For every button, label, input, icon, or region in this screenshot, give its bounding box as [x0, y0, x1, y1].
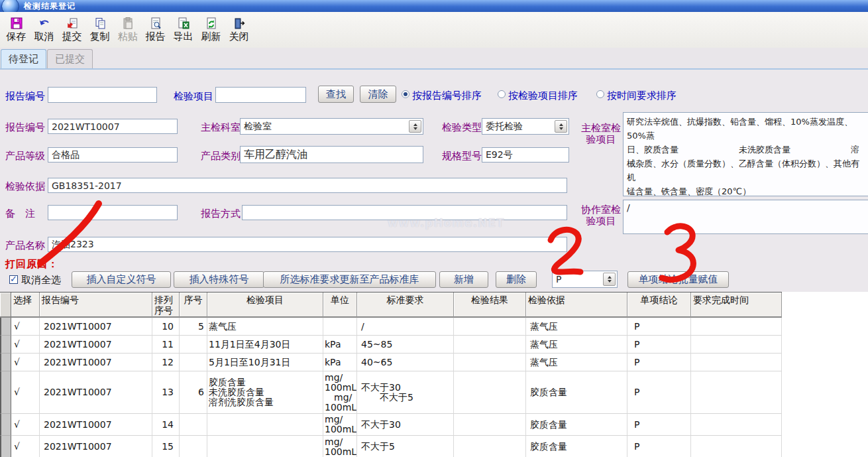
- cell-result[interactable]: [454, 371, 526, 414]
- cell-report_no[interactable]: 2021WT10007: [40, 354, 152, 371]
- table-row[interactable]: √2021WT1000715mg/ 100mL不大于5胶质含量P: [0, 436, 782, 457]
- cell-seq[interactable]: [180, 354, 207, 371]
- remark-field[interactable]: [48, 205, 178, 220]
- cell-basis[interactable]: 胶质含量: [526, 371, 627, 414]
- table-row[interactable]: √2021WT10007105蒸气压/蒸气压P: [0, 318, 782, 336]
- product-name-field[interactable]: 汽油2323: [48, 237, 567, 252]
- cell-standard[interactable]: 45~85: [357, 336, 454, 354]
- cell-unit[interactable]: mg/ 100mL: [323, 414, 357, 436]
- row-selector[interactable]: [0, 336, 11, 354]
- cell-conclusion[interactable]: P: [627, 318, 691, 336]
- cell-seq[interactable]: 5: [180, 318, 207, 336]
- conclusion-select[interactable]: P: [552, 271, 618, 288]
- insert-custom-symbol-button[interactable]: 插入自定义符号: [72, 271, 171, 288]
- cell-result[interactable]: [454, 436, 526, 457]
- cell-conclusion[interactable]: P: [627, 336, 691, 354]
- cell-conclusion[interactable]: P: [627, 436, 691, 457]
- cell-conclusion[interactable]: P: [627, 354, 691, 371]
- cell-report_no[interactable]: 2021WT10007: [40, 336, 152, 354]
- cell-report_no[interactable]: 2021WT10007: [40, 318, 152, 336]
- toolbar-report-button[interactable]: 报告: [142, 13, 168, 46]
- table-row[interactable]: √2021WT10007136胶质含量 未洗胶质含量 溶剂洗胶质含量mg/ 10…: [0, 371, 782, 414]
- cell-item[interactable]: 11月1日至4月30日: [207, 336, 323, 354]
- cell-report_no[interactable]: 2021WT10007: [40, 414, 152, 436]
- cell-check[interactable]: √: [11, 371, 40, 414]
- cell-report_no[interactable]: 2021WT10007: [40, 371, 152, 414]
- cell-basis[interactable]: 蒸气压: [526, 354, 627, 371]
- cell-result[interactable]: [454, 318, 526, 336]
- cell-basis[interactable]: 蒸气压: [526, 336, 627, 354]
- row-selector[interactable]: [0, 371, 11, 414]
- cell-check[interactable]: √: [11, 336, 40, 354]
- cell-check[interactable]: √: [11, 354, 40, 371]
- row-selector[interactable]: [0, 436, 11, 457]
- cell-standard[interactable]: 不大于30: [357, 414, 454, 436]
- cell-unit[interactable]: mg/ 100mL: [323, 436, 357, 457]
- category-field[interactable]: 车用乙醇汽油: [240, 146, 423, 163]
- cell-basis[interactable]: 蒸气压: [526, 318, 627, 336]
- cell-item[interactable]: 5月1日至10月31日: [207, 354, 323, 371]
- spinner-icon[interactable]: [603, 273, 616, 286]
- deselect-all-checkbox[interactable]: [9, 275, 18, 284]
- row-selector[interactable]: [0, 354, 11, 371]
- cell-item[interactable]: [207, 414, 323, 436]
- toolbar-submit-button[interactable]: 提交: [59, 13, 85, 46]
- update-standard-button[interactable]: 所选标准要求更新至产品标准库: [263, 271, 436, 288]
- basis-field[interactable]: GB18351-2017: [48, 178, 567, 193]
- row-selector[interactable]: [0, 414, 11, 436]
- cell-result[interactable]: [454, 414, 526, 436]
- cell-check[interactable]: √: [11, 414, 40, 436]
- table-row[interactable]: √2021WT100071111月1日至4月30日kPa45~85蒸气压P: [0, 336, 782, 354]
- spec-field[interactable]: E92号: [482, 147, 569, 163]
- cell-order[interactable]: 10: [152, 318, 180, 336]
- toolbar-cancel-button[interactable]: 取消: [31, 13, 57, 46]
- toolbar-export-button[interactable]: 导出: [170, 13, 196, 46]
- cell-unit[interactable]: kPa: [323, 336, 357, 354]
- toolbar-save-button[interactable]: 保存: [3, 13, 29, 46]
- toolbar-copy-button[interactable]: 复制: [87, 13, 113, 46]
- cell-check[interactable]: √: [11, 436, 40, 457]
- cell-order[interactable]: 12: [152, 354, 180, 371]
- cell-conclusion[interactable]: P: [627, 414, 691, 436]
- grade-field[interactable]: 合格品: [48, 147, 178, 163]
- find-button[interactable]: 查找: [318, 86, 354, 103]
- tab-pending[interactable]: 待登记: [1, 49, 46, 68]
- toolbar-refresh-button[interactable]: 刷新: [198, 13, 224, 46]
- main-room-items-textarea[interactable]: 研究法辛烷值、抗爆指数、铅含量、馏程、10%蒸发温度、50%蒸 日、胶质含量 未…: [623, 112, 868, 196]
- cell-report_no[interactable]: 2021WT10007: [40, 436, 152, 457]
- cell-item[interactable]: 胶质含量 未洗胶质含量 溶剂洗胶质含量: [207, 371, 323, 414]
- table-row[interactable]: √2021WT10007125月1日至10月31日kPa40~65蒸气压P: [0, 354, 782, 371]
- cell-due[interactable]: [691, 336, 782, 354]
- insert-special-symbol-button[interactable]: 插入特殊符号: [174, 271, 264, 288]
- cell-seq[interactable]: 6: [180, 371, 207, 414]
- cell-order[interactable]: 14: [152, 414, 180, 436]
- cell-result[interactable]: [454, 336, 526, 354]
- cell-seq[interactable]: [180, 336, 207, 354]
- cell-check[interactable]: √: [11, 318, 40, 336]
- cell-due[interactable]: [691, 436, 782, 457]
- batch-assign-button[interactable]: 单项结论批量赋值: [627, 271, 729, 288]
- cell-seq[interactable]: [180, 436, 207, 457]
- coop-room-items-textarea[interactable]: /: [623, 200, 868, 234]
- add-button[interactable]: 新增: [439, 271, 488, 288]
- cell-standard[interactable]: 40~65: [357, 354, 454, 371]
- cell-due[interactable]: [691, 414, 782, 436]
- cell-basis[interactable]: 胶质含量: [526, 436, 627, 457]
- cell-order[interactable]: 15: [152, 436, 180, 457]
- cell-standard[interactable]: 不大于5: [357, 436, 454, 457]
- delete-button[interactable]: 删除: [496, 271, 537, 288]
- cell-basis[interactable]: 胶质含量: [526, 414, 627, 436]
- cell-standard[interactable]: /: [357, 318, 454, 336]
- clear-button[interactable]: 清除: [360, 86, 396, 103]
- cell-conclusion[interactable]: P: [627, 371, 691, 414]
- spinner-icon[interactable]: [555, 120, 567, 133]
- tab-submitted[interactable]: 已提交: [47, 49, 93, 68]
- cell-seq[interactable]: [180, 414, 207, 436]
- cell-item[interactable]: 蒸气压: [207, 318, 323, 336]
- cell-order[interactable]: 13: [152, 371, 180, 414]
- cell-due[interactable]: [691, 318, 782, 336]
- spinner-icon[interactable]: [409, 120, 421, 133]
- department-select[interactable]: 检验室: [240, 118, 423, 135]
- cell-unit[interactable]: kPa: [323, 354, 357, 371]
- cell-due[interactable]: [691, 354, 782, 371]
